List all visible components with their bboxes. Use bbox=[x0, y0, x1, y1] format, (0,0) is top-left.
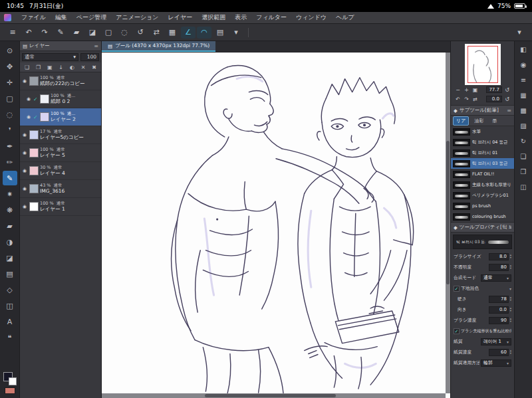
menu-item[interactable]: レイヤー bbox=[164, 14, 198, 21]
canvas-artwork[interactable] bbox=[102, 52, 450, 398]
horizontal-scrollbar-thumb[interactable] bbox=[205, 394, 335, 397]
zoom-value[interactable]: 77.7 bbox=[486, 86, 502, 93]
tip-combine-checkbox[interactable]: ✓ bbox=[454, 328, 460, 334]
pen-tool-icon[interactable]: ✒ bbox=[3, 139, 17, 153]
marquee-select-tool-icon[interactable]: ▢ bbox=[3, 91, 17, 106]
collapse-toolbar-icon[interactable]: ▾ bbox=[229, 27, 243, 39]
grid-icon[interactable]: ▦ bbox=[165, 27, 180, 39]
hardness-input[interactable]: 78 bbox=[489, 296, 509, 303]
layer-visibility-icon[interactable]: ◉ bbox=[25, 96, 32, 102]
layer-visibility-icon[interactable]: ◉ bbox=[21, 186, 28, 191]
brush-item[interactable]: ps brush bbox=[451, 201, 514, 211]
layer-row[interactable]: ◉ ✓ 43 % 通常 IMG_3616 bbox=[20, 180, 101, 198]
menu-item[interactable]: アニメーション bbox=[111, 14, 163, 21]
brush-item[interactable]: colouring brush bbox=[451, 211, 514, 222]
color-set-chip[interactable] bbox=[5, 387, 15, 394]
intermediate-color-icon[interactable]: ▩ bbox=[517, 105, 529, 116]
menu-item[interactable]: ファイル bbox=[17, 14, 51, 21]
balloon-tool-icon[interactable]: ❝ bbox=[3, 330, 17, 345]
menu-item[interactable]: 編集 bbox=[51, 14, 72, 21]
workspace-icon[interactable]: ◧ bbox=[517, 44, 529, 54]
rotate-canvas-icon[interactable]: ↺ bbox=[133, 27, 148, 39]
navigator-thumbnail[interactable] bbox=[465, 44, 501, 85]
panel-menu-icon[interactable]: ≡ bbox=[507, 108, 511, 114]
stepper-icon[interactable]: ▴▾ bbox=[510, 296, 511, 302]
fill-tool-icon[interactable]: ◪ bbox=[3, 250, 17, 265]
stepper-icon[interactable]: ▴▾ bbox=[510, 318, 511, 324]
color-history-icon[interactable]: ↻ bbox=[517, 136, 529, 146]
gradient-tool-icon[interactable]: ▤ bbox=[3, 266, 17, 281]
layer-visibility-icon[interactable]: ◉ bbox=[25, 114, 32, 120]
duplicate-layer-icon[interactable]: ▣ bbox=[47, 64, 53, 70]
lasso-select-tool-icon[interactable]: ◌ bbox=[3, 107, 17, 122]
layer-row[interactable]: ◉ ✓ 17 % 通常 レイヤー5のコピー bbox=[20, 126, 101, 144]
new-layer-icon[interactable]: ❏ bbox=[25, 64, 29, 70]
blend-tool-icon[interactable]: ◑ bbox=[3, 235, 17, 249]
rotation-value[interactable]: 0.0 bbox=[486, 96, 502, 102]
navigator-view-frame[interactable] bbox=[467, 46, 498, 83]
menu-item[interactable]: フィルター bbox=[251, 14, 291, 21]
menu-item[interactable]: ページ管理 bbox=[72, 14, 111, 21]
base-color-mix-checkbox[interactable]: ✓ bbox=[454, 286, 460, 292]
subtool-tab[interactable]: リア bbox=[453, 116, 469, 126]
eraser-icon[interactable]: ▰ bbox=[69, 27, 84, 39]
zoom-reset-icon[interactable]: ↺ bbox=[503, 87, 511, 93]
menu-item[interactable]: ヘルプ bbox=[331, 14, 359, 21]
clear-layer-icon[interactable]: ✕ bbox=[81, 64, 86, 70]
brush-size-input[interactable]: 8.0 bbox=[489, 253, 509, 260]
material-icon[interactable]: ▤ bbox=[213, 27, 227, 39]
brush-preview[interactable]: 틱 브러시 03 둥근 bbox=[453, 235, 512, 249]
texture-density-input[interactable]: 60 bbox=[489, 349, 509, 356]
material-panel-icon[interactable]: ❒ bbox=[517, 166, 529, 177]
direction-input[interactable]: 0.0 bbox=[489, 306, 509, 314]
deselect-icon[interactable]: ◌ bbox=[117, 27, 132, 39]
fill-icon[interactable]: ◪ bbox=[85, 27, 100, 39]
move-tool-icon[interactable]: ✛ bbox=[3, 75, 17, 90]
rotate-left-icon[interactable]: ↶ bbox=[454, 96, 462, 102]
layer-visibility-icon[interactable]: ◉ bbox=[21, 132, 28, 138]
paper-texture-dropdown[interactable]: 레이어 1 ▾ bbox=[481, 338, 511, 346]
brush-density-input[interactable]: 90 bbox=[489, 317, 509, 324]
snap-special-ruler-icon[interactable]: ◠ bbox=[197, 27, 211, 39]
eyedropper-tool-icon[interactable]: ❜ bbox=[3, 123, 17, 138]
undo-icon[interactable]: ↶ bbox=[21, 27, 36, 39]
sub-view-icon[interactable]: ◫ bbox=[517, 181, 529, 192]
merge-down-icon[interactable]: ↓ bbox=[59, 64, 63, 70]
frame-border-tool-icon[interactable]: ◫ bbox=[3, 298, 17, 313]
blend-mode-select[interactable]: 通常 ▾ bbox=[22, 53, 78, 61]
brush-item[interactable]: 틱 브러시 03 둥근 bbox=[451, 158, 514, 169]
select-icon[interactable]: ▢ bbox=[101, 27, 116, 39]
menu-item[interactable]: ウィンドウ bbox=[291, 14, 331, 21]
layer-property-icon[interactable]: ❏ bbox=[517, 151, 529, 161]
snap-ruler-icon[interactable]: ∠ bbox=[181, 27, 196, 39]
vertical-scrollbar-thumb[interactable] bbox=[446, 141, 450, 284]
pencil-tool-icon[interactable]: ✏ bbox=[3, 155, 17, 169]
airbrush-tool-icon[interactable]: ✷ bbox=[3, 187, 17, 201]
subtool-tab[interactable]: 油彩 bbox=[471, 116, 487, 126]
figure-tool-icon[interactable]: ◇ bbox=[3, 282, 17, 297]
panel-menu-icon[interactable]: ≡ bbox=[94, 43, 98, 49]
rotate-right-icon[interactable]: ↷ bbox=[463, 96, 470, 102]
new-folder-icon[interactable]: ❐ bbox=[36, 64, 41, 70]
fit-to-screen-icon[interactable]: ▣ bbox=[471, 87, 479, 93]
zoom-tool-icon[interactable]: ⊙ bbox=[3, 43, 17, 58]
zoom-in-icon[interactable]: + bbox=[463, 87, 470, 93]
brush-item[interactable]: FLAT OIL!! bbox=[451, 169, 514, 179]
brush-item[interactable]: 틱 브러시 01 bbox=[451, 148, 514, 158]
decoration-tool-icon[interactable]: ❋ bbox=[3, 203, 17, 217]
brush-icon[interactable]: ✎ bbox=[53, 27, 68, 39]
brush-tool-icon[interactable]: ✎ bbox=[3, 171, 17, 185]
horizontal-scrollbar[interactable] bbox=[102, 393, 446, 398]
rotation-reset-icon[interactable]: ↺ bbox=[503, 96, 511, 102]
toolbar-collapse-icon[interactable]: ▾ bbox=[512, 27, 527, 39]
stepper-icon[interactable]: ▴▾ bbox=[510, 254, 511, 260]
brush-item[interactable]: ペリメラブラシ01 bbox=[451, 190, 514, 201]
brush-item[interactable]: 틱 브러시 04 둥근 bbox=[451, 137, 514, 148]
vertical-scrollbar[interactable] bbox=[446, 52, 450, 393]
layer-opacity-input[interactable]: 100 bbox=[80, 53, 99, 61]
sub-color-swatch[interactable] bbox=[9, 377, 17, 385]
delete-layer-icon[interactable]: ✖ bbox=[92, 64, 96, 70]
blend-mode-dropdown[interactable]: 通常 ▾ bbox=[481, 274, 511, 282]
layer-visibility-icon[interactable]: ◉ bbox=[21, 78, 28, 84]
flip-horizontal-icon[interactable]: ⇄ bbox=[471, 96, 479, 102]
